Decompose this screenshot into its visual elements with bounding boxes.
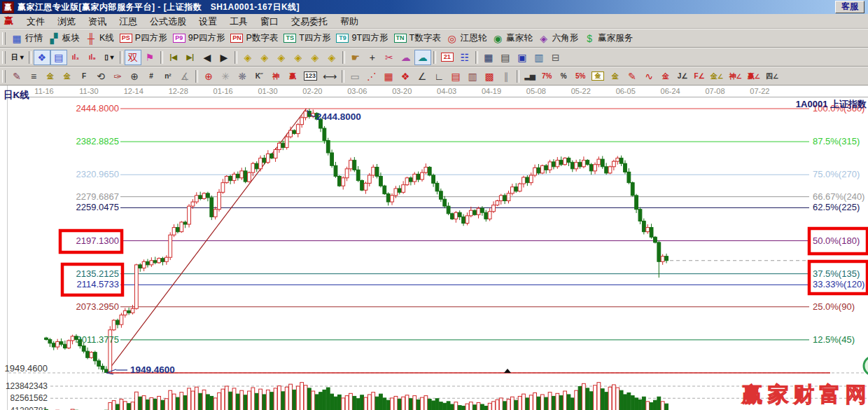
cut-tool-button[interactable]: ✂: [381, 50, 398, 65]
n-square-button[interactable]: n²: [160, 69, 176, 84]
expand-view-button[interactable]: ◈: [323, 50, 340, 65]
winner-wheel-button-button[interactable]: ◉赢家轮: [489, 31, 536, 46]
p9-square-button-button[interactable]: P99P四方形: [170, 31, 228, 46]
bars-9-button[interactable]: ıl₉: [84, 50, 101, 65]
menu-item-5[interactable]: 设置: [192, 15, 223, 28]
zoom-in-h-button[interactable]: ◈: [290, 50, 307, 65]
gold-circle-button[interactable]: 金: [589, 69, 607, 84]
period-day-selector-button[interactable]: 日 ▾: [8, 50, 27, 65]
hand-tool-button[interactable]: ☛: [347, 50, 364, 65]
calculator-button[interactable]: ☷: [456, 50, 473, 65]
gann-cloud-alt-button[interactable]: ☁: [414, 50, 431, 65]
price-grid3-button[interactable]: ▩: [481, 69, 498, 84]
scroll-right-button[interactable]: ◈: [256, 50, 273, 65]
scroll-left-button[interactable]: ◈: [239, 50, 256, 65]
menu-item-1[interactable]: 浏览: [51, 15, 82, 28]
percent-5-button[interactable]: 5%: [572, 69, 589, 84]
dual-chart-button[interactable]: 双: [125, 50, 141, 65]
print-button[interactable]: ⊟: [547, 50, 564, 65]
info-panel-button[interactable]: ▤: [50, 50, 67, 65]
wave-button[interactable]: ∿: [640, 69, 657, 84]
angle-shen-button[interactable]: 神∠: [726, 69, 744, 84]
angle-j-button[interactable]: J∠: [674, 69, 691, 84]
wave-pen-button[interactable]: ✎: [624, 69, 640, 84]
k-mark-button[interactable]: K˝: [251, 69, 267, 84]
spider-web2-button[interactable]: ❋: [234, 69, 251, 84]
save-button[interactable]: ▣: [514, 50, 531, 65]
ruler-123-button[interactable]: 123: [301, 69, 320, 84]
brush-button[interactable]: ✑: [109, 69, 126, 84]
bars-3-button[interactable]: ıl₃: [67, 50, 84, 65]
step-back-button[interactable]: ◀: [199, 50, 216, 65]
eraser-tool-button[interactable]: ✎: [8, 69, 25, 84]
grid-tool-button[interactable]: ≡: [25, 69, 42, 84]
parallel-lines-button[interactable]: ∥: [498, 69, 514, 84]
menu-item-6[interactable]: 工具: [223, 15, 254, 28]
hexagon-button-button[interactable]: ◈六角形: [536, 31, 582, 46]
calendar-button[interactable]: 21: [438, 50, 456, 65]
gold-lines-button[interactable]: 金: [607, 69, 624, 84]
gann-fan-button[interactable]: ⋰: [363, 69, 380, 84]
fib-f-button[interactable]: F: [76, 69, 92, 84]
menu-item-2[interactable]: 资讯: [82, 15, 113, 28]
percent-7-button[interactable]: 7%: [538, 69, 555, 84]
spider-web-button[interactable]: ✳: [217, 69, 234, 84]
menu-item-0[interactable]: 文件: [20, 15, 51, 28]
notes-button[interactable]: ▤: [497, 50, 514, 65]
rect-tool-button[interactable]: ▭: [346, 69, 363, 84]
dense-grid-button[interactable]: #: [143, 69, 160, 84]
polyline-button[interactable]: ∟: [430, 69, 447, 84]
sectors-button-button[interactable]: ▞板块: [46, 31, 83, 46]
p-number-table-button-button[interactable]: PNP数字表: [227, 31, 281, 46]
toolbar-grip[interactable]: [2, 32, 6, 45]
gann-grid-button[interactable]: ▦: [380, 69, 397, 84]
t-number-table-button-button[interactable]: TNT数字表: [391, 31, 444, 46]
data-table-button[interactable]: ▦: [480, 50, 497, 65]
floating-service-bubble[interactable]: [864, 357, 868, 375]
export-button[interactable]: ▥: [531, 50, 547, 65]
circle-cross-button[interactable]: ⊕: [126, 69, 143, 84]
kline-button-button[interactable]: ╫K线: [83, 31, 117, 46]
stat-columns-button[interactable]: ▂▅: [522, 69, 538, 84]
menu-item-9[interactable]: 帮助: [334, 15, 365, 28]
candle-style-button[interactable]: ▯ ▾: [101, 50, 118, 65]
compress-view-button[interactable]: ◈: [307, 50, 323, 65]
menu-item-8[interactable]: 交易委托: [285, 15, 334, 28]
angle-f-button[interactable]: F∠: [691, 69, 708, 84]
price-grid-button[interactable]: ▤: [447, 69, 464, 84]
percent-button[interactable]: %: [555, 69, 572, 84]
toolbar-grip[interactable]: [2, 70, 6, 83]
crosshair-tool-button[interactable]: +: [364, 50, 381, 65]
angle-si-button[interactable]: 四∠: [763, 69, 781, 84]
goto-last-button[interactable]: ▶|: [182, 50, 199, 65]
menu-item-7[interactable]: 窗口: [254, 15, 285, 28]
gold-wave-button[interactable]: 金: [657, 69, 674, 84]
t-square-button-button[interactable]: TST四方形: [281, 31, 333, 46]
p-square-button-button[interactable]: PSP四方形: [117, 31, 170, 46]
gann-cloud-button[interactable]: ☁: [398, 50, 414, 65]
gold-grid2-button[interactable]: 金: [59, 69, 76, 84]
market-quotes-button-button[interactable]: ▦行情: [8, 31, 46, 46]
price-grid2-button[interactable]: ▥: [464, 69, 481, 84]
angle-gold-button[interactable]: 金∠: [708, 69, 726, 84]
spiral-button[interactable]: ⟲: [92, 69, 109, 84]
step-forward-button[interactable]: ▶: [216, 50, 232, 65]
gold-grid-button[interactable]: 金: [42, 69, 59, 84]
pattern-overlay-button[interactable]: ❖: [34, 50, 50, 65]
h-extent-button[interactable]: ⟷: [320, 69, 340, 84]
toolbar-grip[interactable]: [2, 51, 6, 64]
goto-first-button[interactable]: |◀: [165, 50, 182, 65]
zoom-out-h-button[interactable]: ◈: [273, 50, 290, 65]
gann-level-lines[interactable]: [120, 109, 809, 340]
t9-square-button-button[interactable]: T99T四方形: [333, 31, 391, 46]
ying-grid-button[interactable]: 赢: [284, 69, 301, 84]
chart-canvas[interactable]: 11-1611-3012-1412-2801-1601-3002-2003-06…: [0, 86, 868, 410]
winner-service-button-button[interactable]: $赢家服务: [581, 31, 636, 46]
gann-box-button[interactable]: ❖: [397, 69, 414, 84]
gann-wheel-button-button[interactable]: ◎江恩轮: [444, 31, 490, 46]
angle-ruler-button[interactable]: ∡: [176, 69, 193, 84]
angle-ying-button[interactable]: 赢∠: [745, 69, 763, 84]
menu-item-4[interactable]: 公式选股: [144, 15, 192, 28]
gann-target-button[interactable]: ⊕: [200, 69, 217, 84]
trend-angle-button[interactable]: ∠: [414, 69, 430, 84]
